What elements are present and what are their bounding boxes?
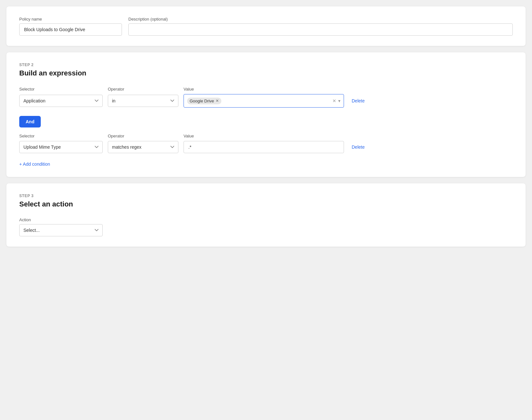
condition1-operator-dropdown[interactable]: in not in equals matches regex <box>108 95 178 107</box>
condition2-selector-dropdown[interactable]: Application Upload Mime Type URL Device <box>19 141 103 153</box>
add-condition-button[interactable]: + Add condition <box>19 162 50 167</box>
description-input[interactable] <box>128 23 513 36</box>
condition1-tag-remove-button[interactable]: ✕ <box>216 99 219 103</box>
step2-label: STEP 2 <box>19 63 513 67</box>
condition2-delete-button[interactable]: Delete <box>349 144 367 150</box>
step3-label: STEP 3 <box>19 194 513 198</box>
action-label: Action <box>19 217 513 222</box>
step3-title: Select an action <box>19 200 513 208</box>
condition1-clear-icon[interactable]: ✕ <box>332 98 336 103</box>
step2-title: Build an expression <box>19 69 513 77</box>
action-dropdown[interactable]: Select... Block Allow Log <box>19 224 103 236</box>
condition2-operator-label: Operator <box>108 134 124 138</box>
condition1-selector-label: Selector <box>19 87 35 92</box>
condition2-selector-label: Selector <box>19 134 35 138</box>
policy-name-input[interactable] <box>19 23 122 36</box>
condition1-value-tag: Google Drive ✕ <box>187 98 221 104</box>
condition2-value-label: Value <box>184 134 194 138</box>
condition2-operator-dropdown[interactable]: in not in equals matches regex <box>108 141 178 153</box>
policy-name-label: Policy name <box>19 17 122 22</box>
condition1-chevron-icon[interactable]: ▾ <box>338 98 340 103</box>
condition1-operator-label: Operator <box>108 87 124 92</box>
condition1-delete-button[interactable]: Delete <box>349 98 367 103</box>
and-button[interactable]: And <box>19 116 41 127</box>
condition1-value-field[interactable]: Google Drive ✕ ✕ ▾ <box>184 94 344 108</box>
description-label: Description (optional) <box>128 17 513 22</box>
condition2-value-input[interactable] <box>184 141 344 153</box>
condition1-selector-dropdown[interactable]: Application Upload Mime Type URL Device <box>19 95 103 107</box>
condition1-value-label: Value <box>184 87 194 92</box>
